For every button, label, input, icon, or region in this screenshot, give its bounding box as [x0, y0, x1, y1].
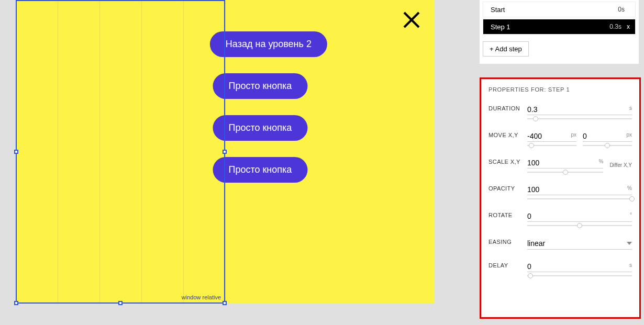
- delay-slider[interactable]: [527, 275, 632, 276]
- opacity-input[interactable]: [527, 184, 632, 195]
- properties-panel: PROPERTIES FOR: STEP 1 DURATION s MOVE X…: [480, 77, 641, 319]
- right-panel: Start 0s Step 1 0.3s x + Add step PROPER…: [476, 0, 644, 325]
- scale-input[interactable]: [527, 158, 603, 169]
- resize-handle-right[interactable]: [223, 150, 227, 154]
- step-label: Step 1: [491, 23, 510, 31]
- easing-value: linear: [527, 239, 627, 248]
- prop-label: MOVE X,Y: [488, 131, 521, 138]
- duration-input[interactable]: [527, 104, 632, 115]
- rotate-slider[interactable]: [527, 225, 632, 226]
- move-y-slider[interactable]: [583, 145, 632, 146]
- unit: °: [630, 212, 632, 218]
- canvas[interactable]: Назад на уровень 2 Просто кнопка Просто …: [0, 0, 466, 325]
- move-x-input[interactable]: [527, 131, 576, 142]
- scale-slider[interactable]: [527, 172, 603, 173]
- prop-easing: EASING linear: [488, 238, 632, 250]
- canvas-button-2[interactable]: Просто кнопка: [213, 115, 307, 141]
- scale-differ-button[interactable]: Differ X,Y: [609, 162, 632, 168]
- unit: px: [571, 132, 576, 138]
- prop-opacity: OPACITY %: [488, 184, 632, 199]
- delete-step-button[interactable]: x: [627, 23, 630, 30]
- prop-label: OPACITY: [488, 184, 521, 192]
- prop-rotate: ROTATE °: [488, 211, 632, 226]
- step-label: Start: [491, 6, 505, 14]
- prop-label: EASING: [488, 238, 521, 245]
- prop-delay: DELAY s: [488, 261, 632, 276]
- close-icon[interactable]: [401, 9, 422, 32]
- move-y-input[interactable]: [583, 131, 632, 142]
- move-x-slider[interactable]: [527, 145, 576, 146]
- svg-marker-2: [627, 242, 632, 245]
- unit: px: [626, 132, 632, 138]
- prop-duration: DURATION s: [488, 104, 632, 119]
- easing-select[interactable]: linear: [527, 238, 632, 250]
- step-time: 0.3s: [609, 23, 621, 30]
- properties-title: PROPERTIES FOR: STEP 1: [488, 86, 632, 93]
- step-start[interactable]: Start 0s: [483, 2, 636, 17]
- opacity-slider[interactable]: [527, 198, 632, 199]
- unit: s: [629, 105, 632, 111]
- chevron-down-icon: [627, 239, 632, 248]
- rotate-input[interactable]: [527, 211, 632, 222]
- prop-label: ROTATE: [488, 211, 521, 218]
- unit: %: [627, 185, 632, 191]
- prop-label: DELAY: [488, 261, 521, 268]
- prop-scale: SCALE X,Y % Differ X,Y: [488, 158, 632, 173]
- step-time: 0s: [618, 6, 625, 13]
- resize-handle-br[interactable]: [223, 301, 227, 305]
- selection-outline[interactable]: window relative: [16, 0, 225, 304]
- canvas-button-back[interactable]: Назад на уровень 2: [210, 31, 327, 57]
- canvas-button-3[interactable]: Просто кнопка: [213, 157, 307, 183]
- prop-label: DURATION: [488, 104, 521, 111]
- selection-tag: window relative: [182, 294, 221, 300]
- duration-slider[interactable]: [527, 118, 632, 119]
- unit: s: [629, 262, 632, 268]
- canvas-button-1[interactable]: Просто кнопка: [213, 73, 307, 99]
- prop-move: MOVE X,Y px px: [488, 131, 632, 146]
- resize-handle-bl[interactable]: [14, 301, 18, 305]
- steps-panel: Start 0s Step 1 0.3s x + Add step: [480, 0, 639, 64]
- resize-handle-left[interactable]: [14, 150, 18, 154]
- delay-input[interactable]: [527, 261, 632, 272]
- add-step-button[interactable]: + Add step: [483, 41, 529, 57]
- resize-handle-bottom[interactable]: [118, 301, 123, 305]
- prop-label: SCALE X,Y: [488, 158, 521, 165]
- unit: %: [598, 159, 603, 164]
- step-1[interactable]: Step 1 0.3s x: [483, 19, 636, 35]
